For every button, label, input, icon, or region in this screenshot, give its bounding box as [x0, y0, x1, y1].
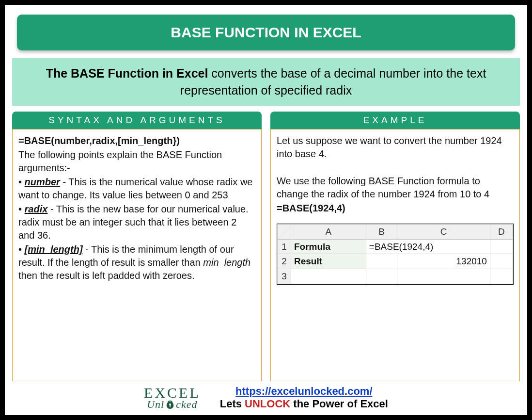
- arg-name-radix: radix: [25, 204, 48, 214]
- logo-bottom: Unl cked: [147, 399, 197, 410]
- cell-C2: 132010: [397, 254, 490, 269]
- lock-icon: [165, 399, 175, 410]
- description-bold: The BASE Function in Excel: [46, 66, 208, 80]
- cell-D2: [490, 254, 513, 269]
- syntax-column: SYNTAX AND ARGUMENTS =BASE(number,radix,…: [12, 112, 262, 381]
- svg-rect-2: [170, 404, 171, 407]
- example-p2: We use the following BASE Function formu…: [277, 175, 514, 201]
- example-column: EXAMPLE Let us suppose we want to conver…: [270, 112, 520, 381]
- col-C: C: [397, 225, 490, 240]
- cell-B1: =BASE(1924,4): [366, 239, 490, 254]
- cell-B3: [366, 269, 397, 284]
- syntax-arg-number: • number - This is the numerical value w…: [18, 176, 255, 202]
- brand-logo: EXCEL Unl cked: [144, 386, 201, 410]
- logo-top: EXCEL: [144, 386, 201, 399]
- description-bar: The BASE Function in Excel converts the …: [12, 58, 520, 106]
- example-body: Let us suppose we want to convert the nu…: [270, 129, 520, 381]
- example-header: EXAMPLE: [270, 112, 520, 129]
- col-D: D: [490, 225, 513, 240]
- row-num-1: 1: [278, 239, 291, 254]
- syntax-body: =BASE(number,radix,[min_length}) The fol…: [12, 129, 262, 381]
- syntax-formula: =BASE(number,radix,[min_length}): [18, 134, 255, 147]
- footer-link[interactable]: https://excelunlocked.com/: [235, 385, 372, 397]
- table-header-row: A B C D: [278, 225, 513, 240]
- syntax-intro: The following points explain the BASE Fu…: [18, 148, 255, 175]
- table-row: 2 Result 132010: [278, 254, 513, 269]
- arg-name-minlength: [min_length]: [25, 244, 83, 255]
- tagline-post: the Power of Excel: [290, 398, 388, 410]
- col-A: A: [291, 225, 366, 240]
- table-row: 3: [278, 269, 513, 284]
- cell-A3: [291, 269, 366, 284]
- table-row: 1 Formula =BASE(1924,4): [278, 239, 513, 254]
- description-text: converts the base of a decimal number in…: [180, 66, 486, 97]
- cell-B2: [366, 254, 397, 269]
- arg-text-minlength-2: then the result is left padded with zero…: [18, 270, 195, 281]
- page-title: BASE FUNCTION IN EXCEL: [17, 15, 515, 50]
- cell-A2: Result: [291, 254, 366, 269]
- example-excel-table: A B C D 1 Formula =BASE(1924,4): [277, 224, 514, 285]
- footer: EXCEL Unl cked https://excelunlocked.com…: [12, 381, 520, 410]
- cell-A1: Formula: [291, 239, 366, 254]
- cell-D3: [490, 269, 513, 284]
- table-corner: [278, 225, 291, 240]
- cell-D1: [490, 239, 513, 254]
- footer-text: https://excelunlocked.com/ Lets UNLOCK t…: [220, 385, 388, 410]
- arg-name-number: number: [25, 177, 60, 187]
- arg-text-radix: - This is the new base for our numerical…: [18, 204, 249, 241]
- tagline-pre: Lets: [220, 398, 245, 410]
- syntax-arg-radix: • radix - This is the new base for our n…: [18, 203, 255, 242]
- logo-bottom-post: cked: [176, 400, 197, 409]
- tagline-unlock: UNLOCK: [245, 398, 290, 410]
- row-num-3: 3: [278, 269, 291, 284]
- syntax-arg-minlength: • [min_length] - This is the minimum len…: [18, 243, 255, 282]
- example-p1: Let us suppose we want to convert the nu…: [277, 134, 514, 161]
- example-formula: =BASE(1924,4): [277, 202, 514, 215]
- syntax-header: SYNTAX AND ARGUMENTS: [12, 112, 262, 129]
- content-columns: SYNTAX AND ARGUMENTS =BASE(number,radix,…: [12, 112, 520, 381]
- cell-C3: [397, 269, 490, 284]
- col-B: B: [366, 225, 397, 240]
- logo-bottom-pre: Unl: [147, 400, 164, 409]
- arg-ital-minlength: min_length: [203, 257, 250, 268]
- row-num-2: 2: [278, 254, 291, 269]
